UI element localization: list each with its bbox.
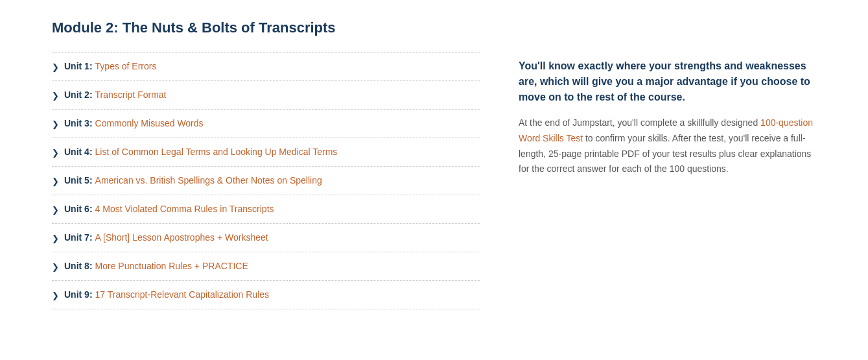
unit-item[interactable]: ❯Unit 3: Commonly Misused Words	[52, 110, 480, 138]
unit-title: American vs. British Spellings & Other N…	[95, 175, 322, 186]
unit-item[interactable]: ❯Unit 9: 17 Transcript-Relevant Capitali…	[52, 281, 480, 309]
unit-label: Unit 4:	[64, 147, 93, 157]
unit-list: ❯Unit 1: Types of Errors❯Unit 2: Transcr…	[52, 52, 480, 309]
unit-item[interactable]: ❯Unit 8: More Punctuation Rules + PRACTI…	[52, 252, 480, 281]
unit-label: Unit 9:	[64, 289, 93, 300]
unit-item[interactable]: ❯Unit 6: 4 Most Violated Comma Rules in …	[52, 195, 480, 224]
unit-item[interactable]: ❯Unit 1: Types of Errors	[52, 52, 480, 81]
unit-title: More Punctuation Rules + PRACTICE	[95, 261, 248, 271]
unit-label: Unit 8:	[64, 261, 93, 271]
unit-title: Commonly Misused Words	[95, 118, 204, 128]
unit-label: Unit 3:	[64, 118, 93, 128]
unit-title: 17 Transcript-Relevant Capitalization Ru…	[95, 289, 269, 300]
highlight-text: 100-question Word Skills Test	[519, 117, 813, 143]
unit-label: Unit 6:	[64, 204, 93, 214]
chevron-right-icon: ❯	[52, 291, 59, 300]
unit-item[interactable]: ❯Unit 7: A [Short] Lesson Apostrophes + …	[52, 224, 480, 252]
unit-label: Unit 2:	[64, 90, 93, 100]
unit-title: List of Common Legal Terms and Looking U…	[95, 147, 338, 157]
chevron-right-icon: ❯	[52, 62, 59, 72]
unit-label: Unit 1:	[64, 61, 93, 71]
unit-title: Types of Errors	[95, 61, 157, 71]
unit-title: A [Short] Lesson Apostrophes + Worksheet	[95, 232, 268, 243]
unit-label: Unit 5:	[64, 175, 93, 186]
unit-item[interactable]: ❯Unit 4: List of Common Legal Terms and …	[52, 138, 480, 167]
chevron-right-icon: ❯	[52, 119, 59, 129]
left-panel: Module 2: The Nuts & Bolts of Transcript…	[52, 19, 480, 309]
sidebar-body: At the end of Jumpstart, you'll complete…	[519, 115, 816, 177]
chevron-right-icon: ❯	[52, 91, 59, 101]
unit-label: Unit 7:	[64, 232, 93, 243]
unit-item[interactable]: ❯Unit 2: Transcript Format	[52, 81, 480, 110]
chevron-right-icon: ❯	[52, 205, 59, 215]
unit-title: Transcript Format	[95, 90, 167, 100]
unit-title: 4 Most Violated Comma Rules in Transcrip…	[95, 204, 274, 214]
chevron-right-icon: ❯	[52, 148, 59, 158]
chevron-right-icon: ❯	[52, 176, 59, 186]
sidebar-heading: You'll know exactly where your strengths…	[519, 58, 816, 105]
chevron-right-icon: ❯	[52, 262, 59, 272]
right-panel: You'll know exactly where your strengths…	[519, 19, 816, 309]
chevron-right-icon: ❯	[52, 234, 59, 243]
module-title: Module 2: The Nuts & Bolts of Transcript…	[52, 19, 480, 36]
unit-item[interactable]: ❯Unit 5: American vs. British Spellings …	[52, 167, 480, 195]
